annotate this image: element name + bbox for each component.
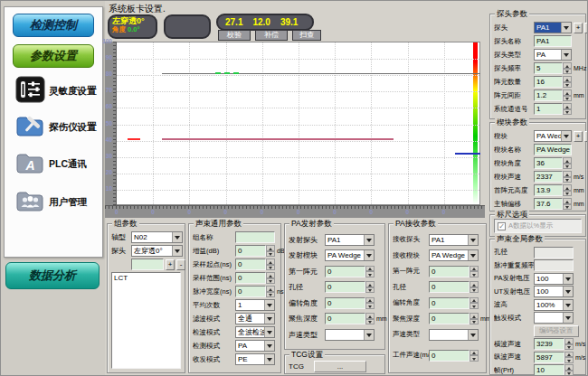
dropdown[interactable] xyxy=(325,329,375,341)
spin-field[interactable]: 0 xyxy=(325,297,365,309)
spin-down-button[interactable] xyxy=(469,271,479,277)
spin-control[interactable]: 0 xyxy=(325,266,375,277)
dropdown[interactable]: 100 xyxy=(534,286,574,297)
spin-field[interactable]: 13.9 xyxy=(534,184,563,196)
dropdown[interactable] xyxy=(429,329,479,341)
gate-line-gate-red-short[interactable] xyxy=(128,138,140,140)
spin-down-button[interactable] xyxy=(365,319,375,325)
dropdown[interactable]: 100 xyxy=(534,273,574,285)
spin-control[interactable]: 0 xyxy=(429,281,479,293)
spin-field[interactable]: 0 xyxy=(429,266,469,277)
add-button[interactable]: + xyxy=(166,259,175,270)
spin-control[interactable]: 0 xyxy=(325,297,375,309)
spin-control[interactable]: 0 xyxy=(429,350,479,362)
percent-display-checkbox[interactable]: ✓ xyxy=(498,222,506,230)
dropdown[interactable]: PA xyxy=(235,340,275,352)
text-field[interactable]: PA1 xyxy=(534,35,572,47)
text-field[interactable]: PA Wedge xyxy=(534,144,572,155)
spin-field[interactable]: 36 xyxy=(534,157,563,169)
spin-field[interactable]: 2337 xyxy=(534,171,563,183)
spin-down-button[interactable] xyxy=(563,177,572,183)
spin-field[interactable]: 0 xyxy=(325,313,365,324)
spin-down-button[interactable] xyxy=(266,265,275,271)
spin-field[interactable]: 16 xyxy=(534,76,563,88)
dropdown[interactable]: 100% xyxy=(534,299,574,311)
compensate-button[interactable]: 补偿 xyxy=(255,30,288,41)
group-listbox[interactable]: LCT xyxy=(111,272,181,369)
spin-down-button[interactable] xyxy=(469,355,479,362)
spin-control[interactable]: 0 xyxy=(235,245,275,257)
spin-control[interactable]: 0 xyxy=(235,258,275,270)
spin-control[interactable]: 0 xyxy=(235,286,275,297)
dropdown[interactable]: 全通 xyxy=(235,313,275,324)
spin-down-button[interactable] xyxy=(563,164,572,170)
spin-down-button[interactable] xyxy=(563,204,572,211)
spin-down-button[interactable] xyxy=(365,271,375,277)
spin-down-button[interactable] xyxy=(266,278,275,285)
tcg-ellipsis-button[interactable]: ... xyxy=(314,361,366,372)
dropdown[interactable]: 全波检波 xyxy=(235,326,275,338)
spin-down-button[interactable] xyxy=(564,344,574,351)
spin-down-button[interactable] xyxy=(564,357,574,363)
spin-control[interactable]: 0 xyxy=(325,313,375,324)
spin-down-button[interactable] xyxy=(563,82,572,89)
gate-line-gate-gray[interactable] xyxy=(162,73,480,74)
spin-control[interactable]: 5 xyxy=(534,62,572,74)
sidebar-button-data-analysis[interactable]: 数据分析 xyxy=(5,262,100,289)
spin-field[interactable]: 0 xyxy=(429,350,469,362)
gate-line-gate-green-dash[interactable] xyxy=(215,72,239,74)
gate-line-gate-blue[interactable] xyxy=(455,153,480,155)
spin-field[interactable]: 5897 xyxy=(534,352,564,363)
remove-button[interactable]: - xyxy=(584,131,588,142)
remove-button[interactable]: - xyxy=(176,259,185,270)
sidebar-button-parameter-settings[interactable]: 参数设置 xyxy=(13,44,94,68)
spin-control[interactable]: 0 xyxy=(429,297,479,309)
dropdown[interactable]: PA Wedge xyxy=(325,249,375,261)
spin-field[interactable]: 0 xyxy=(429,281,469,293)
spin-control[interactable]: 5897 xyxy=(534,352,574,363)
spin-control[interactable]: 37.6 xyxy=(534,198,572,210)
spin-control[interactable]: 3239 xyxy=(534,338,574,350)
spin-down-button[interactable] xyxy=(469,287,479,294)
spin-field[interactable]: 1 xyxy=(534,103,563,115)
text-field[interactable] xyxy=(131,258,164,270)
spin-down-button[interactable] xyxy=(563,109,572,116)
sidebar-item-flaw-detector-settings[interactable]: 探伤仪设置 xyxy=(15,112,97,143)
spin-down-button[interactable] xyxy=(365,303,375,309)
spin-control[interactable]: 2337 xyxy=(534,171,572,183)
spin-control[interactable]: 0 xyxy=(325,281,375,293)
spin-down-button[interactable] xyxy=(563,69,572,75)
spin-control[interactable]: 0 xyxy=(429,313,479,324)
spin-down-button[interactable] xyxy=(563,96,572,102)
spin-control[interactable]: 16 xyxy=(534,76,572,88)
spin-field[interactable]: 10 xyxy=(534,364,564,376)
spin-down-button[interactable] xyxy=(266,292,275,298)
spin-field[interactable]: 37.6 xyxy=(534,198,563,210)
spin-field[interactable]: 3239 xyxy=(534,338,564,350)
plot-area[interactable] xyxy=(117,42,480,205)
list-item[interactable]: LCT xyxy=(114,274,178,283)
add-button[interactable]: + xyxy=(574,131,583,142)
dropdown[interactable]: PA1 xyxy=(325,234,375,246)
spin-control[interactable]: 0 xyxy=(235,272,275,284)
dropdown[interactable]: PA Wedge xyxy=(429,249,479,261)
spin-control[interactable]: 10 xyxy=(534,364,574,376)
gate-line-gate-pink[interactable] xyxy=(162,138,393,140)
spin-field[interactable]: 0 xyxy=(235,245,266,257)
spin-field[interactable]: 0 xyxy=(325,266,365,277)
spin-field[interactable]: 0 xyxy=(235,258,266,270)
text-field[interactable] xyxy=(235,231,275,243)
dropdown[interactable]: PE xyxy=(235,353,275,365)
spin-down-button[interactable] xyxy=(563,191,572,197)
dropdown[interactable]: 左穿透0° xyxy=(131,245,183,257)
dropdown[interactable]: PA1 xyxy=(429,234,479,246)
sidebar-item-plc-communication[interactable]: A PLC通讯 xyxy=(15,149,87,180)
spin-down-button[interactable] xyxy=(469,319,479,325)
remove-button[interactable]: - xyxy=(584,23,588,33)
spin-field[interactable]: 0 xyxy=(235,286,266,297)
spin-control[interactable]: 36 xyxy=(534,157,572,169)
spin-field[interactable]: 0 xyxy=(429,297,469,309)
dropdown[interactable]: 1 xyxy=(235,299,275,311)
dropdown[interactable]: N02 xyxy=(131,231,183,243)
add-button[interactable]: + xyxy=(574,23,583,33)
